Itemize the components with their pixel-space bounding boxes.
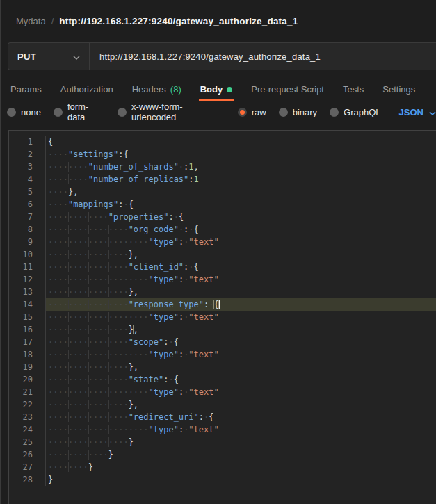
line-number: 3: [9, 161, 46, 173]
code-line-15[interactable]: 15····················"type":·"text": [9, 311, 436, 323]
code-line-4[interactable]: 4········"number_of_replicas":1: [9, 173, 436, 186]
code-line-28[interactable]: 28}: [9, 473, 436, 486]
line-content: ········}: [46, 461, 436, 473]
json-key: "client_id": [129, 262, 184, 272]
tab-authorization[interactable]: Authorization: [60, 84, 113, 101]
code-line-11[interactable]: 11················"client_id":·{: [9, 261, 436, 273]
indent-guide: ····: [68, 287, 88, 297]
code-line-14[interactable]: 14················"response_type":·{: [9, 298, 436, 311]
tab-headers[interactable]: Headers(8): [132, 84, 181, 101]
line-number: 11: [9, 261, 46, 273]
json-string: "text": [188, 350, 218, 359]
json-punctuation: }: [129, 437, 134, 447]
indent-whitespace: ····: [48, 287, 68, 297]
line-number: 25: [9, 436, 46, 448]
line-number: 8: [9, 223, 46, 236]
code-line-17[interactable]: 17················"scope":·{: [9, 336, 436, 348]
breadcrumb-collection[interactable]: Mydata: [16, 16, 46, 26]
json-string: "text": [188, 237, 218, 247]
indent-guide: ····: [129, 350, 149, 359]
indent-guide: ····: [108, 437, 129, 447]
body-type-label: GraphQL: [344, 107, 380, 117]
json-punctuation: {: [209, 412, 213, 422]
indent-whitespace: ····: [48, 174, 68, 184]
indent-guide: ····: [88, 412, 108, 422]
indent-guide: ····: [68, 350, 88, 359]
code-line-1[interactable]: 1{: [9, 136, 436, 148]
code-line-5[interactable]: 5····},: [9, 186, 436, 198]
line-number: 23: [9, 411, 46, 423]
indent-guide: ····: [88, 262, 108, 272]
code-line-12[interactable]: 12····················"type":·"text": [9, 273, 436, 286]
line-number: 21: [9, 386, 46, 398]
indent-guide: ····: [68, 362, 88, 372]
indent-guide: ····: [108, 262, 129, 272]
body-type-binary[interactable]: binary: [279, 107, 317, 117]
code-line-27[interactable]: 27········}: [9, 461, 436, 473]
body-type-x-www-form-urlencoded[interactable]: x-www-form-urlencoded: [118, 101, 225, 122]
body-type-form-data[interactable]: form-data: [54, 101, 105, 122]
line-content: ····················"type":·"text": [46, 236, 436, 248]
language-selector[interactable]: JSON: [399, 106, 436, 118]
body-type-none[interactable]: none: [7, 107, 41, 117]
line-number: 7: [9, 211, 46, 223]
json-key: "type": [149, 312, 179, 322]
json-punctuation: },: [129, 287, 138, 297]
json-key: "properties": [108, 212, 169, 222]
line-number: 6: [9, 198, 46, 211]
indent-guide: ····: [88, 375, 108, 384]
code-line-25[interactable]: 25················}: [9, 436, 436, 448]
tab-body[interactable]: Body: [200, 84, 233, 101]
json-key: "scope": [129, 337, 164, 347]
code-line-7[interactable]: 7············"properties":·{: [9, 211, 436, 223]
code-line-6[interactable]: 6····"mappings":·{: [9, 198, 436, 211]
json-punctuation: :: [168, 212, 173, 222]
indent-guide: ····: [88, 362, 108, 372]
code-line-9[interactable]: 9····················"type":·"text": [9, 236, 436, 248]
json-punctuation: },: [129, 250, 138, 259]
indent-guide: ····: [68, 387, 88, 397]
url-input[interactable]: http://192.168.1.227:9240/gateway_author…: [90, 43, 436, 70]
code-line-10[interactable]: 10················},: [9, 248, 436, 261]
code-line-20[interactable]: 20················"state":·{: [9, 373, 436, 386]
json-punctuation: ,: [194, 162, 199, 172]
code-line-2[interactable]: 2····"settings":{: [9, 148, 436, 161]
json-punctuation: {: [48, 137, 53, 147]
body-type-graphql[interactable]: GraphQL: [330, 107, 380, 117]
indent-guide: ····: [88, 350, 108, 359]
indent-guide: ····: [108, 312, 129, 322]
tab-settings[interactable]: Settings: [382, 84, 415, 101]
code-line-26[interactable]: 26············}: [9, 448, 436, 461]
indent-guide: ····: [68, 462, 88, 472]
radio-icon: [7, 108, 16, 117]
indent-guide: ····: [88, 400, 108, 409]
code-line-16[interactable]: 16················},: [9, 323, 436, 336]
tab-pre-request-script[interactable]: Pre-request Script: [251, 84, 324, 101]
line-content: ····················"type":·"text": [46, 311, 436, 323]
tab-tests[interactable]: Tests: [343, 84, 364, 101]
indent-guide: ····: [88, 237, 108, 247]
line-number: 27: [9, 461, 46, 473]
line-content: ················"scope":·{: [46, 336, 436, 348]
body-code-editor[interactable]: 1{2····"settings":{3········"number_of_s…: [8, 130, 436, 504]
line-number: 24: [9, 423, 46, 436]
line-number: 20: [9, 373, 46, 386]
code-line-23[interactable]: 23················"redirect_uri":·{: [9, 411, 436, 423]
code-line-22[interactable]: 22················},: [9, 398, 436, 411]
code-line-3[interactable]: 3········"number_of_shards"·:1,: [9, 161, 436, 173]
line-content: ····················"type":·"text": [46, 348, 436, 361]
indent-guide: ····: [68, 437, 88, 447]
indent-guide: ····: [68, 237, 88, 247]
code-line-8[interactable]: 8················"org_code"·:·{: [9, 223, 436, 236]
json-key: "number_of_replicas": [88, 174, 189, 184]
code-line-18[interactable]: 18····················"type":·"text": [9, 348, 436, 361]
method-selector[interactable]: PUT: [8, 43, 90, 70]
line-content: ····················"type":·"text": [46, 386, 436, 398]
code-line-19[interactable]: 19················},: [9, 361, 436, 373]
code-line-24[interactable]: 24····················"type":·"text": [9, 423, 436, 436]
tab-params[interactable]: Params: [10, 84, 42, 101]
body-type-raw[interactable]: raw: [238, 107, 266, 117]
code-line-21[interactable]: 21····················"type":·"text": [9, 386, 436, 398]
indent-whitespace: ····: [48, 337, 68, 347]
code-line-13[interactable]: 13················},: [9, 286, 436, 298]
